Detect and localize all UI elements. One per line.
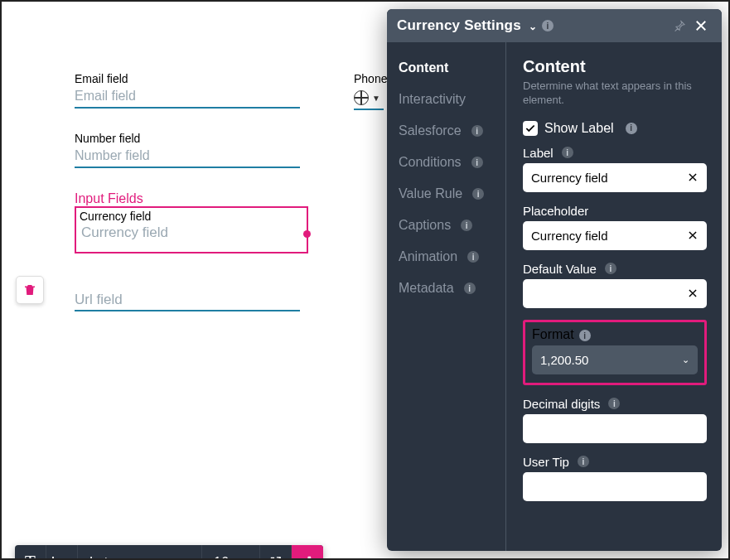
gear-icon — [299, 554, 316, 561]
delete-button[interactable] — [16, 276, 44, 304]
placeholder-input[interactable] — [523, 221, 707, 250]
phone-input-underline — [354, 109, 384, 110]
tab-conditions[interactable]: Conditionsi — [399, 155, 494, 170]
text-style-button[interactable]: T — [15, 545, 46, 560]
user-tip-input[interactable] — [523, 472, 707, 501]
info-icon: i — [464, 282, 476, 294]
floating-toolbar: T Lato ▼ 16 ▼ — [15, 545, 323, 560]
info-icon: i — [467, 251, 479, 263]
info-icon[interactable]: i — [542, 20, 554, 31]
chevron-down-icon: ⌄ — [682, 355, 689, 365]
default-value-input[interactable] — [523, 279, 707, 308]
format-title: Format — [532, 327, 574, 341]
close-icon — [694, 18, 708, 33]
label-input[interactable] — [523, 163, 707, 192]
settings-button[interactable] — [292, 545, 323, 560]
tab-interactivity[interactable]: Interactivity — [399, 92, 494, 107]
close-button[interactable] — [690, 15, 712, 36]
clear-button[interactable] — [684, 168, 702, 186]
globe-icon — [354, 90, 369, 105]
label-title: Label — [523, 146, 554, 160]
info-icon[interactable]: i — [626, 123, 637, 134]
format-value: 1,200.50 — [540, 353, 588, 367]
currency-field-label: Currency field — [80, 210, 303, 223]
panel-header: Currency Settings ⌄ i — [387, 9, 722, 42]
chevron-down-icon: ▼ — [184, 558, 193, 561]
info-icon[interactable]: i — [605, 263, 616, 274]
chevron-down-icon: ⌄ — [529, 21, 537, 32]
format-group-highlight: Formati 1,200.50 ⌄ — [523, 320, 707, 385]
user-tip-title: User Tip — [523, 455, 569, 469]
panel-title-text: Currency Settings — [397, 17, 521, 33]
show-label-text: Show Label — [544, 121, 614, 136]
info-icon[interactable]: i — [578, 456, 589, 467]
decimal-digits-input[interactable] — [523, 414, 707, 443]
pin-button[interactable] — [669, 15, 690, 36]
decimal-digits-title: Decimal digits — [523, 397, 600, 411]
text-icon: T — [25, 552, 36, 560]
chevron-down-icon: ▼ — [372, 94, 380, 103]
url-field-group: Url field — [75, 292, 300, 311]
info-icon[interactable]: i — [608, 398, 620, 409]
placeholder-group: Placeholder — [523, 204, 707, 250]
close-icon — [687, 171, 699, 183]
currency-field-input[interactable] — [80, 223, 303, 242]
default-value-group: Default Valuei — [523, 262, 707, 308]
content-heading: Content — [523, 57, 707, 76]
format-select[interactable]: 1,200.50 ⌄ — [532, 345, 698, 374]
content-description: Determine what text appears in this elem… — [523, 80, 707, 108]
label-group: Labeli — [523, 146, 707, 192]
chevron-down-icon: ▼ — [249, 558, 258, 561]
popout-icon — [268, 555, 283, 560]
info-icon[interactable]: i — [579, 330, 591, 341]
resize-handle[interactable] — [303, 230, 311, 238]
font-family-select[interactable]: Lato ▼ — [78, 545, 202, 560]
tab-metadata[interactable]: Metadatai — [399, 281, 494, 296]
tab-animation[interactable]: Animationi — [399, 249, 494, 264]
default-value-title: Default Value — [523, 262, 597, 276]
font-size-select[interactable]: 16 ▼ — [202, 545, 260, 560]
trash-icon — [22, 282, 37, 297]
settings-panel: Currency Settings ⌄ i Content Interactiv… — [387, 9, 722, 551]
placeholder-title: Placeholder — [523, 204, 588, 218]
checkbox-checked-icon — [523, 121, 538, 136]
tab-list: Content Interactivity Salesforcei Condit… — [387, 42, 506, 551]
tab-content-panel: Content Determine what text appears in t… — [506, 42, 722, 551]
info-icon: i — [472, 188, 484, 200]
tab-salesforce[interactable]: Salesforcei — [399, 123, 494, 138]
email-field-input[interactable] — [75, 87, 300, 109]
tab-captions[interactable]: Captionsi — [399, 218, 494, 233]
info-icon: i — [471, 157, 483, 168]
tab-content[interactable]: Content — [399, 60, 494, 75]
show-label-checkbox[interactable]: Show Label i — [523, 121, 707, 136]
decimal-digits-group: Decimal digitsi — [523, 397, 707, 443]
close-icon — [687, 229, 699, 241]
url-input-underline — [75, 310, 300, 311]
panel-title[interactable]: Currency Settings ⌄ — [397, 17, 537, 34]
info-icon: i — [461, 220, 472, 231]
url-field-placeholder: Url field — [75, 292, 300, 308]
popout-button[interactable] — [260, 545, 292, 560]
pin-icon — [673, 19, 686, 32]
indent-button[interactable] — [46, 545, 78, 560]
info-icon: i — [471, 125, 483, 137]
font-size-value: 16 — [214, 555, 229, 561]
user-tip-group: User Tipi — [523, 455, 707, 501]
clear-button[interactable] — [684, 226, 702, 244]
clear-button[interactable] — [684, 284, 702, 302]
currency-field-selected[interactable]: Currency field — [75, 206, 308, 253]
font-family-value: Lato — [89, 555, 115, 561]
close-icon — [687, 287, 699, 299]
tab-value-rule[interactable]: Value Rulei — [399, 186, 494, 201]
number-field-input[interactable] — [75, 147, 300, 168]
indent-icon — [52, 557, 71, 561]
panel-body: Content Interactivity Salesforcei Condit… — [387, 42, 722, 551]
info-icon[interactable]: i — [562, 147, 573, 158]
